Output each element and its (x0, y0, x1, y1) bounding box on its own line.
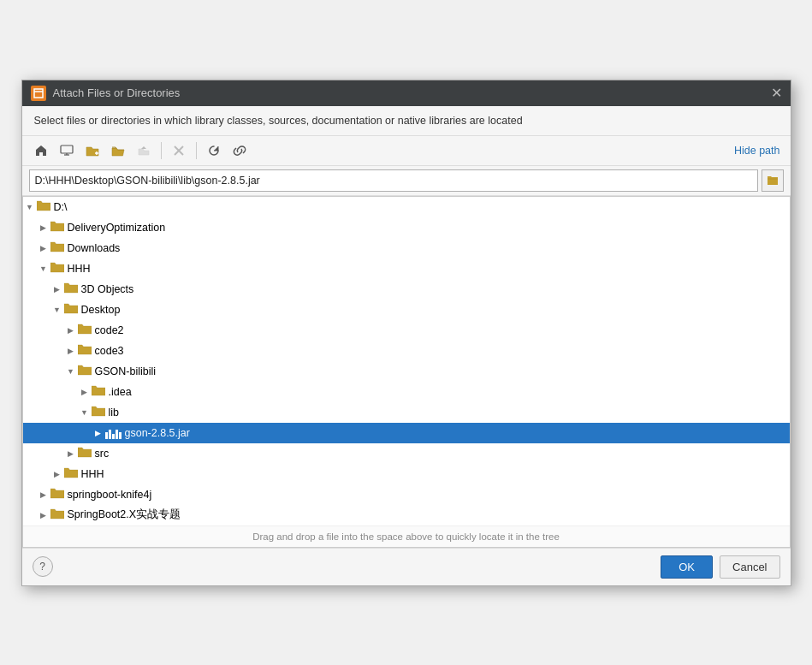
drag-hint: Drag and drop a file into the space abov… (23, 525, 790, 547)
delete-button[interactable] (167, 140, 191, 162)
item-label-downloads: Downloads (68, 242, 121, 254)
expand-btn-lib[interactable]: ▼ (78, 406, 92, 419)
hide-path-button[interactable]: Hide path (731, 143, 784, 158)
item-label-gson-bilibili: GSON-bilibili (95, 365, 157, 377)
path-browse-button[interactable] (762, 169, 784, 192)
ok-button[interactable]: OK (661, 555, 713, 579)
folder-icon-d-drive (37, 199, 50, 214)
folder-icon-code3 (78, 343, 92, 358)
expand-btn-springboot-knife4j[interactable]: ▶ (37, 488, 50, 502)
toolbar-separator-1 (161, 142, 162, 159)
tree-item-springboot2[interactable]: ▶SpringBoot2.X实战专题 (23, 505, 790, 525)
computer-button[interactable] (55, 140, 79, 162)
item-label-delivery: DeliveryOptimization (68, 222, 166, 234)
tree-item-lib[interactable]: ▼lib (23, 402, 790, 423)
path-input[interactable] (29, 169, 758, 192)
expand-btn-hhh2[interactable]: ▶ (50, 467, 64, 481)
item-label-lib: lib (109, 407, 120, 419)
item-label-hhh2: HHH (81, 468, 104, 480)
tree-item-d-drive[interactable]: ▼D:\ (23, 197, 790, 217)
app-icon (31, 86, 46, 101)
expand-btn-gson-bilibili[interactable]: ▼ (64, 365, 78, 378)
open-folder-button[interactable] (106, 140, 130, 162)
link-button[interactable] (228, 140, 252, 162)
new-folder-button[interactable] (80, 140, 104, 162)
item-label-code3: code3 (95, 345, 124, 357)
item-label-hhh: HHH (68, 263, 91, 275)
expand-btn-idea[interactable]: ▶ (78, 385, 92, 399)
folder-icon-src (78, 446, 92, 460)
toolbar-separator-2 (196, 142, 197, 159)
expand-btn-code3[interactable]: ▶ (64, 344, 78, 358)
tree-item-src[interactable]: ▶src (23, 443, 790, 464)
tree-item-gson-bilibili[interactable]: ▼GSON-bilibili (23, 361, 790, 382)
folder-icon-hhh2 (64, 466, 78, 481)
go-up-button[interactable] (132, 140, 156, 162)
file-tree[interactable]: ▼D:\▶DeliveryOptimization▶Downloads▼HHH▶… (22, 196, 791, 548)
folder-icon-code2 (78, 323, 92, 337)
tree-item-gson-jar[interactable]: ▶ gson-2.8.5.jar (23, 423, 790, 443)
expand-btn-src[interactable]: ▶ (64, 447, 78, 460)
expand-btn-d-drive[interactable]: ▼ (23, 200, 37, 214)
svg-rect-0 (34, 89, 43, 98)
jar-icon-gson-jar (105, 427, 122, 439)
expand-btn-3dobjects[interactable]: ▶ (50, 282, 64, 296)
help-button[interactable]: ? (33, 556, 53, 577)
bottom-bar: ? OK Cancel (22, 548, 791, 585)
expand-btn-springboot2[interactable]: ▶ (37, 508, 50, 522)
toolbar: Hide path (22, 136, 791, 166)
item-label-d-drive: D:\ (54, 201, 68, 213)
folder-icon-springboot2 (50, 508, 64, 522)
folder-icon-downloads (50, 240, 64, 255)
item-label-gson-jar: gson-2.8.5.jar (125, 427, 190, 439)
tree-item-desktop[interactable]: ▼Desktop (23, 300, 790, 320)
item-label-desktop: Desktop (81, 304, 121, 316)
tree-item-hhh[interactable]: ▼HHH (23, 258, 790, 279)
folder-icon-lib (92, 405, 105, 419)
folder-icon-gson-bilibili (78, 364, 92, 378)
close-button[interactable]: ✕ (771, 86, 782, 100)
expand-btn-delivery[interactable]: ▶ (37, 221, 50, 235)
folder-icon-desktop (64, 302, 78, 317)
tree-item-delivery[interactable]: ▶DeliveryOptimization (23, 217, 790, 238)
folder-icon-hhh (50, 261, 64, 276)
folder-icon-idea (92, 384, 105, 399)
expand-btn-hhh[interactable]: ▼ (37, 262, 50, 276)
item-label-src: src (95, 448, 110, 460)
item-label-3dobjects: 3D Objects (81, 283, 134, 295)
item-label-springboot2: SpringBoot2.X实战专题 (68, 508, 181, 522)
tree-item-3dobjects[interactable]: ▶3D Objects (23, 279, 790, 300)
expand-btn-downloads[interactable]: ▶ (37, 241, 50, 255)
tree-item-springboot-knife4j[interactable]: ▶springboot-knife4j (23, 484, 790, 505)
expand-btn-code2[interactable]: ▶ (64, 324, 78, 337)
expand-btn-desktop[interactable]: ▼ (50, 303, 64, 317)
tree-item-hhh2[interactable]: ▶HHH (23, 464, 790, 484)
folder-icon-springboot-knife4j (50, 487, 64, 502)
svg-rect-2 (61, 145, 73, 153)
item-label-code2: code2 (95, 324, 124, 336)
tree-item-code3[interactable]: ▶code3 (23, 341, 790, 361)
tree-item-downloads[interactable]: ▶Downloads (23, 238, 790, 258)
title-bar: Attach Files or Directories ✕ (22, 80, 791, 106)
item-label-idea: .idea (109, 386, 132, 398)
tree-list: ▼D:\▶DeliveryOptimization▶Downloads▼HHH▶… (23, 197, 790, 525)
expand-btn-gson-jar[interactable]: ▶ (92, 426, 105, 440)
folder-icon-delivery (50, 220, 64, 235)
cancel-button[interactable]: Cancel (720, 555, 779, 579)
subtitle: Select files or directories in which lib… (22, 106, 791, 136)
item-label-springboot-knife4j: springboot-knife4j (68, 489, 152, 501)
tree-item-code2[interactable]: ▶code2 (23, 320, 790, 341)
home-button[interactable] (29, 140, 53, 162)
dialog-title: Attach Files or Directories (53, 86, 764, 99)
path-bar (22, 166, 791, 196)
folder-icon-3dobjects (64, 282, 78, 296)
tree-item-idea[interactable]: ▶.idea (23, 382, 790, 402)
refresh-button[interactable] (202, 140, 226, 162)
attach-files-dialog: Attach Files or Directories ✕ Select fil… (21, 80, 791, 586)
